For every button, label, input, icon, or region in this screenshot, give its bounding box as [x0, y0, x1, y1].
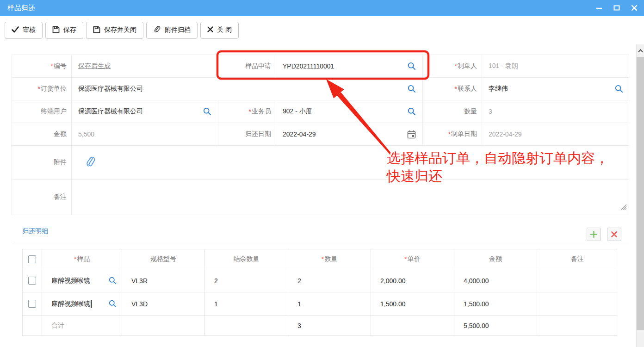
- total-remark-cell: [537, 316, 618, 335]
- quantity-value: 3: [489, 108, 492, 115]
- audit-button[interactable]: 审核: [5, 22, 43, 39]
- section-title-return-details: 归还明细: [22, 227, 48, 235]
- remark-cell[interactable]: [537, 292, 618, 316]
- header-balance: 结余数量: [205, 249, 288, 269]
- sample-cell[interactable]: 麻醉视频喉镜: [42, 269, 122, 292]
- total-price-cell: [371, 316, 454, 335]
- search-icon[interactable]: [109, 300, 117, 308]
- amount-field: 5,500: [71, 123, 218, 146]
- required-asterisk: *: [455, 62, 457, 70]
- creator-field: 101 - 袁朗: [482, 55, 630, 78]
- header-form: *编号 保存后生成 样品申请 YPD20211110001 *制单人 101 -…: [12, 55, 629, 215]
- text-cursor: [91, 300, 92, 308]
- number-field[interactable]: 保存后生成: [71, 55, 218, 78]
- delete-x-icon: [611, 231, 618, 238]
- section-separator: [12, 244, 629, 244]
- salesperson-value: 902 - 小度: [283, 107, 312, 116]
- price-cell[interactable]: 2,000.00: [371, 269, 454, 292]
- total-label-cell: 合计: [42, 316, 122, 335]
- search-icon[interactable]: [109, 277, 117, 285]
- return-date-value: 2022-04-29: [283, 130, 316, 138]
- number-value: 保存后生成: [78, 62, 111, 70]
- salesperson-label: *业务员: [218, 100, 276, 123]
- amount-cell: 1,500.00: [454, 292, 537, 316]
- balance-cell: 1: [205, 292, 288, 316]
- end-user-label: 终端用户: [12, 100, 71, 123]
- floppy-icon: [52, 26, 60, 35]
- create-date-value: 2022-04-29: [489, 130, 522, 138]
- calendar-icon[interactable]: [407, 130, 416, 139]
- contact-value: 李继伟: [489, 85, 508, 93]
- qty-cell[interactable]: 1: [288, 292, 371, 316]
- save-and-close-label: 保存并关闭: [104, 26, 136, 34]
- save-button[interactable]: 保存: [45, 22, 83, 39]
- create-date-field: 2022-04-29: [482, 123, 630, 146]
- return-date-label: 归还日期: [218, 123, 276, 146]
- search-icon[interactable]: [203, 107, 211, 116]
- end-user-field[interactable]: 保源医疗器械有限公司: [71, 100, 218, 123]
- paperclip-icon[interactable]: [86, 156, 96, 169]
- search-icon[interactable]: [408, 85, 416, 93]
- required-asterisk: *: [322, 255, 324, 263]
- save-label: 保存: [63, 26, 76, 34]
- sample-request-value: YPD20211110001: [283, 62, 334, 70]
- remark-cell[interactable]: [537, 269, 618, 292]
- amount-cell: 4,000.00: [454, 269, 537, 292]
- select-all-checkbox[interactable]: [28, 255, 36, 263]
- add-row-button[interactable]: [587, 228, 601, 241]
- quantity-field: 3: [482, 100, 630, 123]
- contact-field[interactable]: 李继伟: [482, 78, 630, 100]
- required-asterisk: *: [74, 255, 76, 263]
- header-remark: 备注: [537, 249, 618, 269]
- resize-handle-icon[interactable]: [619, 204, 627, 212]
- row-checkbox[interactable]: [28, 300, 36, 308]
- x-icon: [207, 26, 213, 34]
- total-checkbox-cell: [23, 316, 42, 335]
- delete-row-button[interactable]: [607, 228, 621, 241]
- required-asterisk: *: [38, 85, 40, 93]
- sample-cell[interactable]: 麻醉视频喉镜: [42, 292, 122, 316]
- row-checkbox[interactable]: [28, 277, 36, 285]
- remark-label: 备注: [12, 180, 71, 215]
- sample-return-dialog: 样品归还 审核 保存: [0, 0, 644, 347]
- close-button[interactable]: 关 闭: [200, 22, 239, 39]
- attachment-archive-button[interactable]: 附件归档: [146, 22, 198, 39]
- scroll-up-arrow-icon[interactable]: [637, 44, 644, 57]
- check-icon: [12, 26, 19, 34]
- number-label: *编号: [12, 55, 71, 78]
- scrollbar-thumb[interactable]: [637, 57, 644, 330]
- sample-value: 麻醉视频喉镜: [51, 277, 90, 285]
- total-amount-cell: 5,500.00: [454, 316, 537, 335]
- minimize-icon[interactable]: [594, 3, 604, 13]
- end-user-value: 保源医疗器械有限公司: [78, 107, 143, 116]
- save-and-close-button[interactable]: 保存并关闭: [86, 22, 143, 39]
- sample-value: 麻醉视频喉镜: [51, 300, 90, 308]
- ordering-unit-field[interactable]: 保源医疗器械有限公司: [71, 78, 422, 100]
- price-cell[interactable]: 1,500.00: [371, 292, 454, 316]
- required-asterisk: *: [249, 108, 251, 115]
- attachment-label: 附件: [12, 146, 71, 180]
- vertical-scrollbar: [636, 44, 644, 347]
- sample-request-field[interactable]: YPD20211110001: [276, 55, 422, 78]
- remark-field[interactable]: [71, 180, 630, 215]
- sample-request-label: 样品申请: [218, 55, 276, 78]
- header-select-all: [23, 249, 42, 269]
- search-icon[interactable]: [408, 62, 416, 70]
- close-window-icon[interactable]: [629, 3, 639, 13]
- row-checkbox-cell: [23, 292, 42, 316]
- close-label: 关 闭: [217, 26, 232, 34]
- attachment-archive-label: 附件归档: [165, 26, 191, 34]
- amount-label: 金额: [12, 123, 71, 146]
- header-qty: *数量: [288, 249, 371, 269]
- window-controls: [594, 0, 639, 16]
- search-icon[interactable]: [615, 85, 623, 93]
- row-checkbox-cell: [23, 269, 42, 292]
- maximize-icon[interactable]: [612, 3, 622, 13]
- qty-cell[interactable]: 2: [288, 269, 371, 292]
- window-title: 样品归还: [7, 4, 35, 12]
- search-icon[interactable]: [408, 107, 416, 116]
- salesperson-field[interactable]: 902 - 小度: [276, 100, 422, 123]
- return-date-field[interactable]: 2022-04-29: [276, 123, 422, 146]
- create-date-label: *制单日期: [422, 123, 482, 146]
- required-asterisk: *: [448, 130, 451, 138]
